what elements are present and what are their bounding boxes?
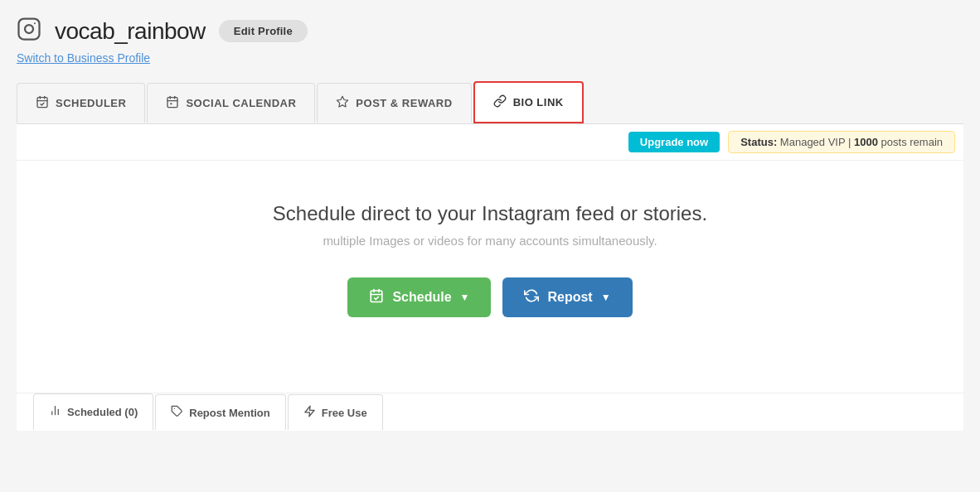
- svg-rect-0: [19, 19, 40, 40]
- bottom-tab-repost-mention[interactable]: Repost Mention: [155, 394, 286, 430]
- tabs-container: SCHEDULER SOCIAL CALENDAR POST & REW: [17, 81, 963, 124]
- svg-marker-12: [337, 96, 348, 107]
- scheduled-chart-icon: [49, 404, 61, 419]
- schedule-label: Schedule: [392, 290, 451, 305]
- status-separator: |: [848, 136, 854, 148]
- tab-social-calendar-label: SOCIAL CALENDAR: [186, 97, 296, 109]
- status-badge: Status: Managed VIP | 1000 posts remain: [728, 131, 955, 153]
- tab-bio-link-label: BIO LINK: [513, 96, 564, 109]
- main-content: Schedule direct to your Instagram feed o…: [17, 161, 963, 393]
- username: vocab_rainbow: [55, 18, 206, 45]
- free-use-lightning-icon: [303, 405, 316, 420]
- bottom-tab-free-use[interactable]: Free Use: [288, 394, 383, 430]
- svg-rect-11: [171, 103, 172, 104]
- repost-recycle-icon: [524, 288, 539, 306]
- tab-scheduler[interactable]: SCHEDULER: [17, 83, 145, 123]
- bio-link-icon: [493, 94, 507, 110]
- main-heading: Schedule direct to your Instagram feed o…: [33, 202, 947, 225]
- schedule-chevron-icon: ▼: [460, 292, 470, 303]
- bottom-tab-scheduled-label: Scheduled (0): [67, 406, 138, 418]
- bottom-tabs: Scheduled (0) Repost Mention Free Use: [17, 393, 963, 431]
- svg-marker-21: [305, 406, 314, 417]
- repost-label: Repost: [547, 290, 592, 305]
- svg-point-1: [25, 25, 33, 33]
- posts-count: 1000: [854, 136, 878, 148]
- svg-rect-3: [37, 97, 47, 107]
- social-calendar-icon: [166, 95, 179, 111]
- status-prefix: Status:: [740, 136, 777, 148]
- svg-rect-13: [371, 291, 383, 302]
- upgrade-now-button[interactable]: Upgrade now: [628, 132, 720, 152]
- tab-bio-link[interactable]: BIO LINK: [473, 81, 584, 123]
- status-bar: Upgrade now Status: Managed VIP | 1000 p…: [17, 124, 963, 161]
- schedule-button[interactable]: Schedule ▼: [347, 277, 491, 317]
- svg-point-2: [34, 22, 36, 24]
- status-value: Managed VIP: [780, 136, 846, 148]
- post-reward-icon: [336, 95, 349, 111]
- tab-post-reward[interactable]: POST & REWARD: [317, 83, 471, 123]
- bottom-tab-free-use-label: Free Use: [322, 407, 367, 419]
- posts-suffix: posts remain: [881, 136, 943, 148]
- profile-header: vocab_rainbow Edit Profile: [17, 17, 963, 46]
- page-wrapper: vocab_rainbow Edit Profile Switch to Bus…: [0, 0, 980, 431]
- main-subheading: multiple Images or videos for many accou…: [33, 234, 947, 248]
- tab-social-calendar[interactable]: SOCIAL CALENDAR: [147, 83, 315, 123]
- action-buttons: Schedule ▼ Repost ▼: [33, 277, 947, 317]
- bottom-tab-scheduled[interactable]: Scheduled (0): [33, 393, 153, 431]
- repost-button[interactable]: Repost ▼: [502, 277, 632, 317]
- edit-profile-button[interactable]: Edit Profile: [219, 20, 308, 42]
- svg-rect-7: [167, 97, 177, 107]
- schedule-calendar-icon: [369, 288, 384, 306]
- switch-to-business-link[interactable]: Switch to Business Profile: [17, 51, 150, 65]
- repost-chevron-icon: ▼: [601, 292, 611, 303]
- bottom-tab-repost-mention-label: Repost Mention: [189, 407, 270, 419]
- tab-scheduler-label: SCHEDULER: [56, 97, 126, 109]
- repost-mention-tag-icon: [171, 405, 183, 420]
- tab-post-reward-label: POST & REWARD: [356, 97, 452, 109]
- scheduler-icon: [36, 95, 49, 111]
- instagram-icon: [17, 17, 41, 46]
